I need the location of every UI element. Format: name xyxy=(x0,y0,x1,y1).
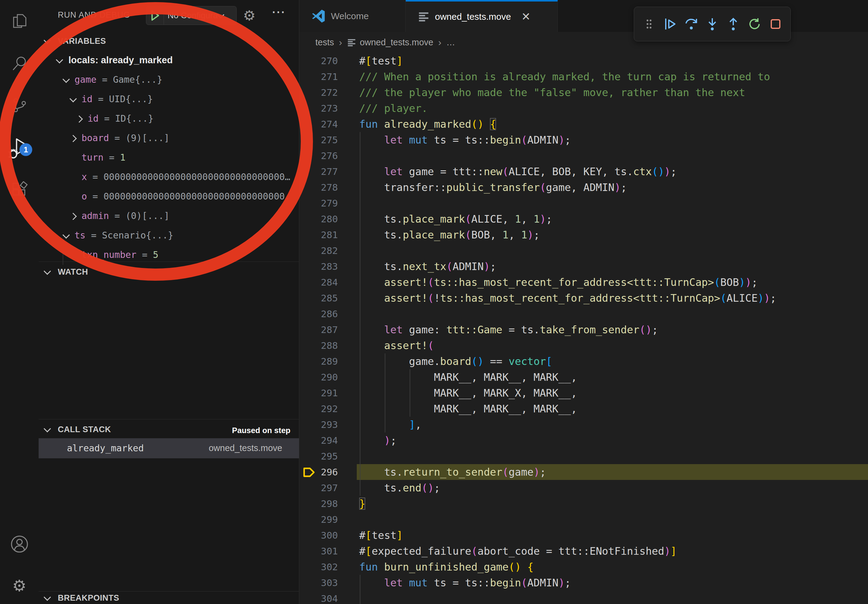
code-line-298[interactable]: 298} xyxy=(299,496,868,511)
stop-icon[interactable] xyxy=(767,15,784,33)
line-number[interactable]: 301 xyxy=(299,543,338,559)
line-number[interactable]: 299 xyxy=(299,511,338,527)
step-out-icon[interactable] xyxy=(725,15,742,33)
line-number[interactable]: 302 xyxy=(299,559,338,575)
code-line-281[interactable]: 281 ts.place_mark(BOB, 1, 1); xyxy=(299,227,868,243)
continue-icon[interactable] xyxy=(662,15,679,33)
settings-gear-icon[interactable]: ⚙ xyxy=(0,569,39,602)
code-line-274[interactable]: 274fun already_marked() { xyxy=(299,116,868,132)
call-stack-frame[interactable]: already_marked owned_tests.move xyxy=(39,438,299,458)
code-line-293[interactable]: 293 ], xyxy=(299,417,868,432)
breakpoints-section-header[interactable]: BREAKPOINTS xyxy=(39,588,299,604)
variable-row[interactable]: board = (9)[...] xyxy=(39,129,299,148)
breadcrumb-item[interactable]: owned_tests.move xyxy=(360,37,433,48)
code-line-275[interactable]: 275 let mut ts = ts::begin(ADMIN); xyxy=(299,132,868,148)
variable-row[interactable]: ts = Scenario{...} xyxy=(39,226,299,245)
code-line-284[interactable]: 284 assert!(ts::has_most_recent_for_addr… xyxy=(299,274,868,290)
code-line-300[interactable]: 300#[test] xyxy=(299,527,868,543)
variable-row[interactable]: x = 000000000000000000000000000000000… xyxy=(39,167,299,187)
tab-owned-tests-move[interactable]: owned_tests.move ✕ xyxy=(406,0,558,32)
line-number[interactable]: 303 xyxy=(299,575,338,591)
code-line-303[interactable]: 303 let mut ts = ts::begin(ADMIN); xyxy=(299,575,868,591)
search-icon[interactable] xyxy=(0,47,39,80)
variable-row[interactable]: o = 000000000000000000000000000000000. xyxy=(39,187,299,206)
code-line-285[interactable]: 285 assert!(!ts::has_most_recent_for_add… xyxy=(299,290,868,306)
line-number[interactable]: 292 xyxy=(299,401,338,417)
line-number[interactable]: 291 xyxy=(299,385,338,401)
call-stack-section-header[interactable]: CALL STACK Paused on step xyxy=(39,420,299,439)
variable-row[interactable]: id = ID{...} xyxy=(39,109,299,129)
code-line-297[interactable]: 297 ts.end(); xyxy=(299,480,868,496)
line-number[interactable]: 289 xyxy=(299,353,338,369)
line-number[interactable]: 286 xyxy=(299,306,338,322)
tab-welcome[interactable]: Welcome xyxy=(299,0,406,32)
variables-scope-row[interactable]: locals: already_marked xyxy=(39,51,299,70)
line-number[interactable]: 300 xyxy=(299,527,338,543)
code-line-283[interactable]: 283 ts.next_tx(ADMIN); xyxy=(299,259,868,274)
code-line-294[interactable]: 294 ); xyxy=(299,432,868,448)
line-number[interactable]: 277 xyxy=(299,164,338,180)
debug-config-dropdown[interactable]: No Configurations xyxy=(146,6,237,25)
line-number[interactable]: 275 xyxy=(299,132,338,148)
account-icon[interactable] xyxy=(0,527,39,561)
code-line-292[interactable]: 292 MARK__, MARK__, MARK__, xyxy=(299,401,868,417)
code-line-280[interactable]: 280 ts.place_mark(ALICE, 1, 1); xyxy=(299,211,868,227)
line-number[interactable]: 274 xyxy=(299,116,338,132)
breadcrumb-item[interactable]: tests xyxy=(315,37,334,48)
line-number[interactable]: 272 xyxy=(299,85,338,101)
line-number[interactable]: 282 xyxy=(299,243,338,259)
run-and-debug-icon[interactable]: 1 xyxy=(0,132,39,165)
step-into-icon[interactable] xyxy=(704,15,721,33)
code-line-276[interactable]: 276 xyxy=(299,148,868,164)
code-line-273[interactable]: 273/// player. xyxy=(299,101,868,116)
code-line-301[interactable]: 301#[expected_failure(abort_code = ttt::… xyxy=(299,543,868,559)
line-number[interactable]: 298 xyxy=(299,496,338,511)
code-line-279[interactable]: 279 xyxy=(299,195,868,211)
code-line-295[interactable]: 295 xyxy=(299,448,868,464)
code-line-296[interactable]: 296 ts.return_to_sender(game); xyxy=(299,464,868,480)
line-number[interactable]: 281 xyxy=(299,227,338,243)
line-number[interactable]: 285 xyxy=(299,290,338,306)
extensions-icon[interactable] xyxy=(0,173,39,206)
line-number[interactable]: 288 xyxy=(299,338,338,353)
breadcrumb-item[interactable]: … xyxy=(446,37,455,48)
watch-section-header[interactable]: WATCH xyxy=(39,262,299,282)
code-line-271[interactable]: 271/// When a position is already marked… xyxy=(299,69,868,85)
line-number[interactable]: 273 xyxy=(299,101,338,116)
line-number[interactable]: 294 xyxy=(299,432,338,448)
variable-row[interactable]: game = Game{...} xyxy=(39,70,299,90)
code-line-304[interactable]: 304 xyxy=(299,591,868,604)
code-line-278[interactable]: 278 transfer::public_transfer(game, ADMI… xyxy=(299,180,868,195)
code-line-291[interactable]: 291 MARK__, MARK_X, MARK__, xyxy=(299,385,868,401)
gear-icon[interactable]: ⚙ xyxy=(243,7,256,24)
line-number[interactable]: 280 xyxy=(299,211,338,227)
line-number[interactable]: 293 xyxy=(299,417,338,432)
code-line-287[interactable]: 287 let game: ttt::Game = ts.take_from_s… xyxy=(299,322,868,338)
code-line-289[interactable]: 289 game.board() == vector[ xyxy=(299,353,868,369)
code-line-282[interactable]: 282 xyxy=(299,243,868,259)
variable-row[interactable]: id = UID{...} xyxy=(39,90,299,109)
line-number[interactable]: 278 xyxy=(299,180,338,195)
line-number[interactable]: 271 xyxy=(299,69,338,85)
line-number[interactable]: 295 xyxy=(299,448,338,464)
start-debug-play-icon[interactable] xyxy=(146,6,164,25)
variable-row[interactable]: turn = 1 xyxy=(39,148,299,167)
step-over-icon[interactable] xyxy=(683,15,700,33)
code-line-272[interactable]: 272/// the player who made the "false" m… xyxy=(299,85,868,101)
line-number[interactable]: 279 xyxy=(299,195,338,211)
line-number[interactable]: 276 xyxy=(299,148,338,164)
code-line-286[interactable]: 286 xyxy=(299,306,868,322)
line-number[interactable]: 283 xyxy=(299,259,338,274)
code-line-270[interactable]: 270#[test] xyxy=(299,53,868,69)
more-actions-icon[interactable]: ··· xyxy=(272,6,286,19)
restart-icon[interactable] xyxy=(746,15,763,33)
drag-handle-icon[interactable] xyxy=(640,15,657,33)
code-line-299[interactable]: 299 xyxy=(299,511,868,527)
variable-row[interactable]: admin = (0)[...] xyxy=(39,206,299,226)
close-icon[interactable]: ✕ xyxy=(521,10,530,23)
code-line-302[interactable]: 302fun burn_unfinished_game() { xyxy=(299,559,868,575)
line-number[interactable]: 287 xyxy=(299,322,338,338)
line-number[interactable]: 284 xyxy=(299,274,338,290)
variables-section-header[interactable]: VARIABLES xyxy=(39,31,299,51)
line-number[interactable]: 304 xyxy=(299,591,338,604)
